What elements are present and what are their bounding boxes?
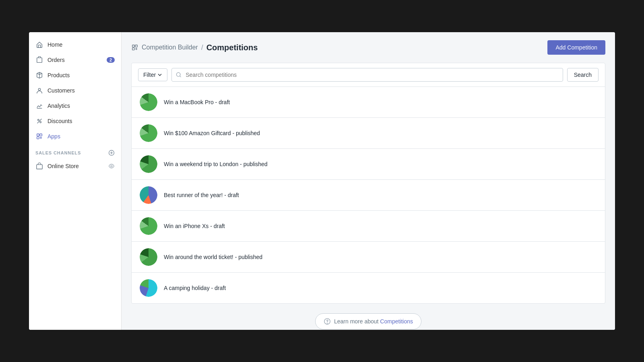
- sidebar: Home Orders 2 Products: [29, 32, 122, 330]
- learn-more-text: Learn more about Competitions: [334, 318, 413, 325]
- sidebar-item-discounts[interactable]: Discounts: [29, 113, 121, 129]
- search-wrapper: [171, 68, 563, 82]
- sidebar-item-apps-label: Apps: [47, 133, 60, 140]
- competition-item[interactable]: Win an iPhone Xs - draft: [132, 211, 605, 242]
- competition-item[interactable]: Win $100 Amazon Giftcard - published: [132, 118, 605, 149]
- search-icon: [175, 72, 182, 78]
- competition-title: Best runner of the year! - draft: [164, 192, 239, 198]
- sidebar-item-discounts-label: Discounts: [47, 118, 72, 124]
- svg-point-1: [38, 88, 40, 90]
- customers-icon: [35, 86, 43, 95]
- competition-avatar: [140, 217, 157, 235]
- filter-button[interactable]: Filter: [138, 68, 167, 81]
- filter-chevron-icon: [157, 72, 162, 77]
- svg-point-4: [40, 121, 41, 123]
- competition-item[interactable]: Best runner of the year! - draft: [132, 180, 605, 211]
- analytics-icon: [35, 102, 43, 110]
- competition-avatar: [140, 186, 157, 204]
- svg-point-18: [327, 323, 327, 323]
- online-store-label: Online Store: [47, 163, 79, 169]
- add-competition-button[interactable]: Add Competition: [547, 40, 605, 55]
- search-button[interactable]: Search: [567, 68, 599, 82]
- online-store-icon: [35, 162, 43, 170]
- learn-more-section: Learn more about Competitions: [131, 313, 605, 329]
- competition-title: A camping holiday - draft: [164, 285, 226, 291]
- discounts-icon: [35, 117, 43, 125]
- sidebar-item-online-store[interactable]: Online Store: [29, 158, 121, 174]
- svg-rect-15: [132, 48, 134, 50]
- competition-title: Win a weekend trip to London - published: [164, 161, 268, 167]
- svg-point-12: [111, 165, 112, 167]
- competition-avatar: [140, 279, 157, 297]
- sales-channels-label: SALES CHANNELS: [35, 150, 81, 155]
- svg-rect-0: [37, 58, 42, 63]
- main-content: Competition Builder / Competitions Add C…: [122, 32, 615, 330]
- eye-icon[interactable]: [108, 163, 115, 169]
- breadcrumb-icon: [131, 44, 138, 51]
- breadcrumb: Competition Builder / Competitions: [131, 43, 258, 52]
- sidebar-item-apps[interactable]: Apps: [29, 129, 121, 144]
- sidebar-item-analytics[interactable]: Analytics: [29, 98, 121, 113]
- sidebar-item-analytics-label: Analytics: [47, 103, 70, 109]
- svg-rect-11: [37, 165, 42, 169]
- competition-item[interactable]: Win a MacBook Pro - draft: [132, 87, 605, 118]
- breadcrumb-root[interactable]: Competition Builder: [142, 44, 198, 51]
- sidebar-item-home[interactable]: Home: [29, 37, 121, 52]
- sidebar-item-customers-label: Customers: [47, 87, 75, 94]
- svg-rect-7: [37, 137, 39, 139]
- sidebar-item-products-label: Products: [47, 72, 70, 78]
- orders-badge: 2: [107, 57, 115, 63]
- products-icon: [35, 71, 43, 79]
- apps-icon: [35, 132, 43, 140]
- svg-point-16: [177, 72, 181, 76]
- sidebar-item-products[interactable]: Products: [29, 68, 121, 83]
- sidebar-item-orders[interactable]: Orders 2: [29, 52, 121, 68]
- sidebar-item-home-label: Home: [47, 41, 62, 48]
- add-sales-channel-icon[interactable]: [108, 150, 115, 156]
- competition-item[interactable]: A camping holiday - draft: [132, 273, 605, 303]
- competitions-card: Filter Search: [131, 63, 605, 304]
- help-icon: [324, 318, 331, 325]
- breadcrumb-current: Competitions: [206, 43, 258, 52]
- competition-title: Win around the world ticket! - published: [164, 254, 262, 260]
- competition-avatar: [140, 155, 157, 173]
- orders-icon: [35, 56, 43, 64]
- competition-item[interactable]: Win around the world ticket! - published: [132, 242, 605, 273]
- search-input[interactable]: [171, 68, 563, 82]
- competition-list: Win a MacBook Pro - draftWin $100 Amazon…: [132, 87, 605, 303]
- competition-avatar: [140, 124, 157, 142]
- sidebar-item-customers[interactable]: Customers: [29, 83, 121, 98]
- page-header: Competition Builder / Competitions Add C…: [131, 40, 605, 55]
- filter-bar: Filter Search: [132, 63, 605, 87]
- learn-more-pill[interactable]: Learn more about Competitions: [315, 313, 421, 329]
- svg-rect-14: [135, 45, 137, 47]
- competition-title: Win a MacBook Pro - draft: [164, 99, 230, 105]
- svg-point-3: [38, 119, 39, 121]
- breadcrumb-separator: /: [201, 43, 203, 52]
- learn-more-link[interactable]: Competitions: [380, 318, 413, 325]
- competition-title: Win an iPhone Xs - draft: [164, 223, 225, 229]
- competition-title: Win $100 Amazon Giftcard - published: [164, 130, 260, 136]
- svg-rect-6: [40, 134, 42, 136]
- svg-rect-13: [132, 45, 134, 47]
- home-icon: [35, 41, 43, 49]
- filter-label: Filter: [143, 72, 156, 78]
- learn-more-static: Learn more about: [334, 318, 380, 325]
- sales-channels-section: SALES CHANNELS: [29, 144, 121, 158]
- sidebar-item-orders-label: Orders: [47, 57, 65, 63]
- svg-rect-5: [37, 134, 39, 136]
- competition-avatar: [140, 248, 157, 266]
- competition-avatar: [140, 93, 157, 111]
- competition-item[interactable]: Win a weekend trip to London - published: [132, 149, 605, 180]
